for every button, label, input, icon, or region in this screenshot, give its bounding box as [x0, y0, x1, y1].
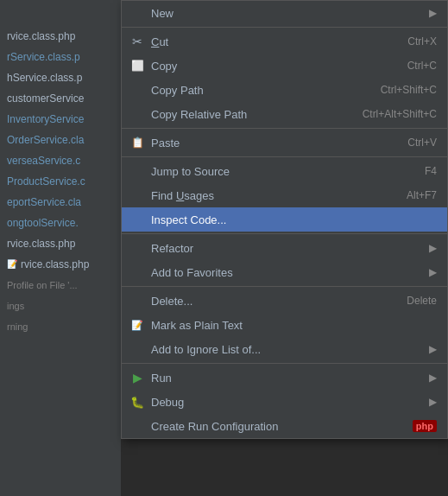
delete-icon — [129, 292, 146, 309]
find-icon — [129, 187, 146, 204]
sidebar-item-6[interactable]: OrderService.cla — [0, 130, 121, 150]
menu-item-cut[interactable]: ✂ Cut Ctrl+X — [122, 29, 447, 54]
mark-plain-icon: 📝 — [129, 316, 146, 334]
sidebar-item-9[interactable]: eportService.cla — [0, 192, 121, 213]
menu-label-favorites: Add to Favorites — [151, 266, 422, 279]
new-arrow: ▶ — [429, 7, 437, 19]
menu-label-copy-path: Copy Path — [151, 84, 363, 97]
sidebar-item-3[interactable]: hService.class.p — [0, 67, 121, 88]
menu-item-create-run-config[interactable]: Create Run Configuration php — [122, 414, 447, 438]
menu-item-paste[interactable]: 📋 Paste Ctrl+V — [122, 130, 447, 155]
jump-icon — [129, 162, 146, 180]
sidebar-item-4[interactable]: customerService — [0, 88, 121, 109]
menu-item-new[interactable]: New ▶ — [122, 1, 447, 25]
menu-item-delete[interactable]: Delete... Delete — [122, 289, 447, 313]
copy-relative-shortcut: Ctrl+Alt+Shift+C — [363, 108, 437, 120]
php-badge: php — [413, 420, 437, 432]
divider-1 — [122, 27, 447, 28]
debug-icon: 🐛 — [129, 393, 146, 410]
paste-icon: 📋 — [129, 134, 146, 151]
menu-item-copy[interactable]: ⬜ Copy Ctrl+C — [122, 54, 447, 78]
debug-arrow: ▶ — [429, 396, 437, 408]
favorites-icon — [129, 264, 146, 281]
refactor-arrow: ▶ — [429, 242, 437, 254]
run-icon: ▶ — [129, 369, 146, 386]
menu-label-copy: Copy — [151, 60, 390, 73]
cut-shortcut: Ctrl+X — [407, 35, 437, 48]
ignore-icon — [129, 340, 146, 358]
menu-label-debug: Debug — [151, 396, 422, 409]
menu-label-new: New — [151, 7, 422, 20]
find-shortcut: Alt+F7 — [407, 189, 437, 201]
menu-item-jump-to-source[interactable]: Jump to Source F4 — [122, 159, 447, 183]
menu-item-copy-relative-path[interactable]: Copy Relative Path Ctrl+Alt+Shift+C — [122, 102, 447, 126]
copy-path-icon — [129, 81, 146, 99]
divider-6 — [122, 363, 447, 364]
divider-5 — [122, 286, 447, 287]
menu-label-delete: Delete... — [151, 295, 389, 308]
divider-2 — [122, 128, 447, 129]
inspect-icon — [129, 211, 146, 228]
refactor-icon — [129, 239, 146, 257]
menu-item-add-ignore[interactable]: Add to Ignore List of... ▶ — [122, 337, 447, 361]
menu-item-refactor[interactable]: Refactor ▶ — [122, 236, 447, 260]
copy-relative-icon — [129, 105, 146, 123]
menu-item-inspect-code[interactable]: Inspect Code... — [122, 207, 447, 232]
favorites-arrow: ▶ — [429, 266, 437, 278]
menu-item-find-usages[interactable]: Find Usages Alt+F7 — [122, 183, 447, 207]
menu-label-ignore: Add to Ignore List of... — [151, 343, 422, 356]
context-menu: New ▶ ✂ Cut Ctrl+X ⬜ Copy Ctrl+C Copy Pa… — [121, 0, 448, 439]
new-icon — [129, 4, 146, 22]
copy-shortcut: Ctrl+C — [407, 60, 437, 72]
run-arrow: ▶ — [429, 372, 437, 384]
sidebar-item-1[interactable]: rvice.class.php — [0, 26, 121, 47]
cut-icon: ✂ — [129, 33, 146, 50]
ignore-arrow: ▶ — [429, 343, 437, 355]
divider-4 — [122, 233, 447, 234]
menu-label-find: Find Usages — [151, 189, 389, 202]
paste-shortcut: Ctrl+V — [407, 137, 437, 149]
menu-item-debug[interactable]: 🐛 Debug ▶ — [122, 390, 447, 414]
divider-3 — [122, 156, 447, 157]
menu-item-run[interactable]: ▶ Run ▶ — [122, 366, 447, 390]
sidebar-item-11[interactable]: rvice.class.php — [0, 233, 121, 254]
copy-path-shortcut: Ctrl+Shift+C — [381, 84, 437, 96]
sidebar-item-5[interactable]: InventoryService — [0, 109, 121, 130]
menu-label-jump: Jump to Source — [151, 165, 407, 178]
sidebar-item-rning: rning — [0, 316, 121, 337]
jump-shortcut: F4 — [425, 165, 437, 177]
menu-label-run: Run — [151, 372, 422, 385]
menu-item-add-favorites[interactable]: Add to Favorites ▶ — [122, 260, 447, 284]
menu-label-refactor: Refactor — [151, 242, 422, 255]
sidebar-item-8[interactable]: ProductService.c — [0, 171, 121, 192]
copy-icon: ⬜ — [129, 57, 146, 74]
menu-label-inspect: Inspect Code... — [151, 213, 437, 226]
create-run-config-icon — [129, 417, 146, 435]
sidebar-item-2[interactable]: rService.class.p — [0, 47, 121, 67]
menu-label-cut: Cut — [151, 35, 390, 48]
menu-label-paste: Paste — [151, 137, 390, 149]
sidebar: rvice.class.php rService.class.p hServic… — [0, 0, 121, 496]
menu-label-create-run-config: Create Run Configuration — [151, 420, 278, 433]
menu-label-copy-relative: Copy Relative Path — [151, 108, 345, 121]
sidebar-item-7[interactable]: verseaService.c — [0, 150, 121, 171]
sidebar-item-12[interactable]: 📝rvice.class.php — [0, 254, 121, 275]
sidebar-item-10[interactable]: ongtoolService. — [0, 213, 121, 233]
delete-shortcut: Delete — [407, 295, 437, 307]
menu-item-copy-path[interactable]: Copy Path Ctrl+Shift+C — [122, 78, 447, 102]
sidebar-item-ings: ings — [0, 296, 121, 316]
menu-item-mark-plain[interactable]: 📝 Mark as Plain Text — [122, 313, 447, 337]
menu-label-mark-plain: Mark as Plain Text — [151, 319, 437, 332]
sidebar-item-profile: Profile on File '... — [0, 275, 121, 296]
